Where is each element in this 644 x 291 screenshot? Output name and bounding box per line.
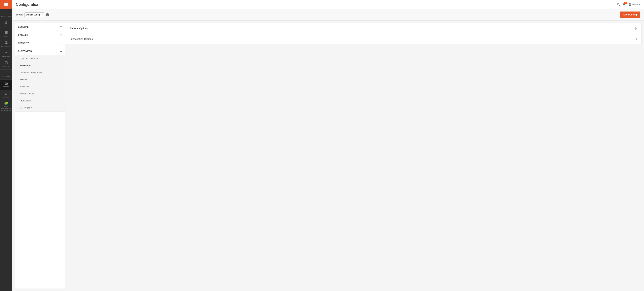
admin-dropdown-arrow: ▾ xyxy=(639,3,640,6)
submenu-customer-configuration[interactable]: Customer Configuration xyxy=(15,69,65,76)
sidebar-item-catalog[interactable]: CATALOG xyxy=(0,29,12,39)
customers-icon xyxy=(4,41,8,45)
sidebar-item-marketing[interactable]: MARKETING xyxy=(0,49,12,59)
sidebar-label-customers: CUSTOMERS xyxy=(1,46,11,47)
sidebar-item-dashboard[interactable]: ⊞ DASHBOARD xyxy=(0,9,12,19)
chevron-general: ▾ xyxy=(60,26,62,29)
customers-submenu: Login as Customer Newsletter Customer Co… xyxy=(15,55,65,111)
svg-rect-10 xyxy=(6,73,6,74)
header-actions: 38 admin ▾ xyxy=(617,3,640,6)
svg-line-14 xyxy=(619,5,620,6)
sidebar-label-reports: REPORTS xyxy=(2,76,10,78)
sidebar-label-marketing: MARKETING xyxy=(2,56,10,57)
main-content: Configuration 38 admin xyxy=(12,0,644,291)
submenu-newsletter[interactable]: Newsletter xyxy=(15,62,65,69)
search-icon xyxy=(617,3,620,6)
subscription-options-row[interactable]: Subscription Options ⊙ xyxy=(65,34,641,44)
right-panel-inner: General Options ⊙ Subscription Options ⊙ xyxy=(65,23,642,45)
reports-icon xyxy=(4,71,8,76)
sales-icon: $ xyxy=(5,21,7,25)
save-config-button[interactable]: Save Config xyxy=(620,12,640,18)
dashboard-icon: ⊞ xyxy=(5,11,7,15)
submenu-reward-points[interactable]: Reward Points xyxy=(15,90,65,97)
notifications-button[interactable]: 38 xyxy=(623,3,626,6)
content-icon xyxy=(4,61,8,65)
content-area: GENERAL ▾ CATALOG ▾ SECURITY ▾ xyxy=(12,21,644,291)
section-label-security: SECURITY xyxy=(18,42,29,45)
section-customers: CUSTOMERS ▾ Login as Customer Newsletter… xyxy=(15,47,65,112)
sidebar-item-stores[interactable]: STORES xyxy=(0,80,12,90)
scope-area: Scope: Default Config ? xyxy=(16,13,49,17)
svg-rect-12 xyxy=(6,83,6,84)
subscription-options-collapse-icon: ⊙ xyxy=(634,37,637,41)
chevron-security: ▾ xyxy=(60,42,62,45)
sidebar-item-system[interactable]: ⚙ SYSTEM xyxy=(0,90,12,100)
submenu-gift-registry[interactable]: Gift Registry xyxy=(15,104,65,111)
svg-point-15 xyxy=(629,3,631,5)
sidebar-label-system: SYSTEM xyxy=(3,96,9,98)
scope-select-wrapper: Default Config xyxy=(24,13,44,17)
sidebar-item-customers[interactable]: CUSTOMERS xyxy=(0,39,12,49)
admin-label: admin xyxy=(632,3,638,6)
search-button[interactable] xyxy=(617,3,620,6)
page-title: Configuration xyxy=(16,2,39,7)
svg-rect-0 xyxy=(5,31,6,32)
toolbar: Scope: Default Config ? Save Config xyxy=(12,9,644,21)
sidebar-label-stores: STORES xyxy=(3,86,9,88)
svg-point-4 xyxy=(6,41,7,43)
right-panel: General Options ⊙ Subscription Options ⊙ xyxy=(65,21,644,291)
svg-rect-11 xyxy=(7,72,7,74)
section-header-general[interactable]: GENERAL ▾ xyxy=(15,23,65,31)
sidebar-logo xyxy=(0,0,12,9)
svg-rect-9 xyxy=(5,73,6,74)
sidebar-label-dashboard: DASHBOARD xyxy=(1,15,11,17)
section-catalog: CATALOG ▾ xyxy=(15,31,65,39)
section-header-catalog[interactable]: CATALOG ▾ xyxy=(15,31,65,39)
sidebar-label-catalog: CATALOG xyxy=(2,35,10,37)
stores-icon xyxy=(4,82,8,86)
sidebar: ⊞ DASHBOARD $ SALES CATALOG CUSTOMERS MA… xyxy=(0,0,12,291)
top-header: Configuration 38 admin xyxy=(12,0,644,9)
catalog-icon xyxy=(4,31,8,35)
section-security: SECURITY ▾ xyxy=(15,39,65,47)
sidebar-label-content: CONTENT xyxy=(2,66,10,68)
svg-rect-2 xyxy=(5,32,6,34)
submenu-promotions[interactable]: Promotions xyxy=(15,97,65,104)
svg-rect-3 xyxy=(6,32,8,34)
chevron-customers: ▾ xyxy=(60,50,62,53)
find-icon: 🧩 xyxy=(4,102,8,106)
help-icon[interactable]: ? xyxy=(46,13,49,16)
sidebar-item-content[interactable]: CONTENT xyxy=(0,59,12,70)
submenu-login-as-customer[interactable]: Login as Customer xyxy=(15,55,65,62)
marketing-icon xyxy=(4,51,8,55)
sidebar-label-find: FIND PARTNERS & EXTENSIONS xyxy=(1,106,12,111)
admin-user-icon xyxy=(628,3,632,6)
sidebar-label-sales: SALES xyxy=(4,25,8,27)
svg-point-13 xyxy=(617,3,619,5)
section-general: GENERAL ▾ xyxy=(15,23,65,31)
left-panel: GENERAL ▾ CATALOG ▾ SECURITY ▾ xyxy=(15,23,65,288)
section-label-catalog: CATALOG xyxy=(18,34,28,36)
section-label-customers: CUSTOMERS xyxy=(18,50,32,53)
section-header-customers[interactable]: CUSTOMERS ▾ xyxy=(15,47,65,55)
notification-badge: 38 xyxy=(624,2,627,4)
admin-dropdown[interactable]: admin ▾ xyxy=(628,3,640,6)
scope-select[interactable]: Default Config xyxy=(24,13,44,17)
general-options-title: General Options xyxy=(70,27,88,30)
section-header-security[interactable]: SECURITY ▾ xyxy=(15,39,65,47)
chevron-catalog: ▾ xyxy=(60,34,62,37)
sidebar-item-find[interactable]: 🧩 FIND PARTNERS & EXTENSIONS xyxy=(0,100,12,113)
section-label-general: GENERAL xyxy=(18,26,28,28)
submenu-wish-list[interactable]: Wish List xyxy=(15,76,65,83)
svg-rect-1 xyxy=(6,31,8,32)
scope-label: Scope: xyxy=(16,14,23,16)
submenu-invitations[interactable]: Invitations xyxy=(15,83,65,90)
subscription-options-title: Subscription Options xyxy=(70,38,93,41)
general-options-collapse-icon: ⊙ xyxy=(634,27,637,30)
sidebar-item-sales[interactable]: $ SALES xyxy=(0,19,12,29)
sidebar-item-reports[interactable]: REPORTS xyxy=(0,70,12,80)
system-icon: ⚙ xyxy=(5,92,8,96)
general-options-row[interactable]: General Options ⊙ xyxy=(65,23,641,34)
